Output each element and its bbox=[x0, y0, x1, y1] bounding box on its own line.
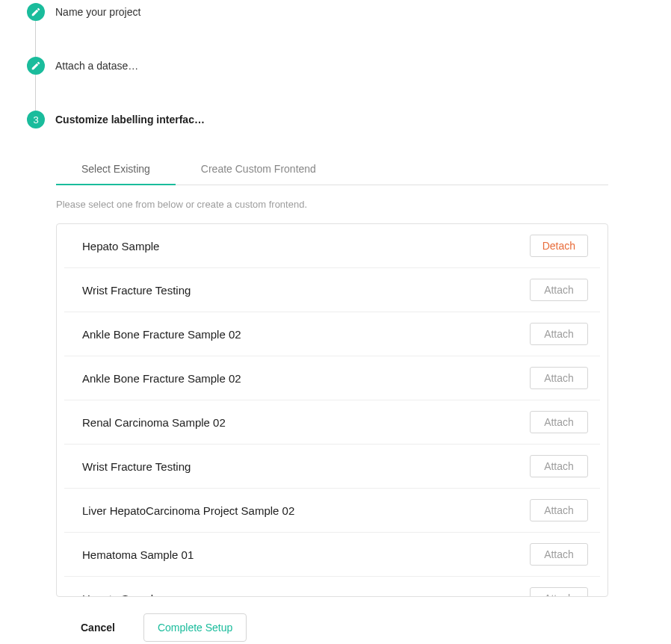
step-label: Customize labelling interfac… bbox=[55, 114, 205, 126]
attach-button[interactable]: Attach bbox=[530, 587, 588, 596]
attach-button[interactable]: Attach bbox=[530, 411, 588, 433]
list-item: Ankle Bone Fracture Sample 02Attach bbox=[64, 356, 600, 400]
list-item-name: Wrist Fracture Testing bbox=[82, 460, 191, 473]
wizard-steps: Name your project Attach a datase… 3 Cus… bbox=[0, 0, 671, 129]
list-item: Wrist Fracture TestingAttach bbox=[64, 268, 600, 312]
footer-actions: Cancel Complete Setup bbox=[81, 613, 608, 642]
list-item-name: Hepato Sample bbox=[82, 592, 159, 597]
list-item-name: Hepato Sample bbox=[82, 240, 159, 253]
step-content: Select Existing Create Custom Frontend P… bbox=[56, 154, 608, 642]
tab-select-existing[interactable]: Select Existing bbox=[56, 154, 176, 185]
step-label: Attach a datase… bbox=[55, 60, 138, 72]
list-item: Hepato SampleDetach bbox=[64, 224, 600, 268]
attach-button[interactable]: Attach bbox=[530, 367, 588, 389]
cancel-button[interactable]: Cancel bbox=[81, 622, 115, 634]
hint-text: Please select one from below or create a… bbox=[56, 199, 608, 210]
pencil-icon bbox=[27, 3, 45, 21]
attach-button[interactable]: Attach bbox=[530, 279, 588, 301]
step-number-icon: 3 bbox=[27, 111, 45, 129]
attach-button[interactable]: Attach bbox=[530, 543, 588, 566]
attach-button[interactable]: Attach bbox=[530, 455, 588, 477]
list-item-name: Hematoma Sample 01 bbox=[82, 548, 194, 561]
frontend-list: Hepato SampleDetachWrist Fracture Testin… bbox=[56, 223, 608, 597]
complete-setup-button[interactable]: Complete Setup bbox=[143, 613, 247, 642]
step-2[interactable]: Attach a datase… bbox=[27, 57, 671, 75]
list-item: Liver HepatoCarcinoma Project Sample 02A… bbox=[64, 489, 600, 533]
list-item: Ankle Bone Fracture Sample 02Attach bbox=[64, 312, 600, 356]
tab-bar: Select Existing Create Custom Frontend bbox=[56, 154, 608, 185]
list-item: Wrist Fracture TestingAttach bbox=[64, 445, 600, 489]
list-item: Renal Carcinoma Sample 02Attach bbox=[64, 400, 600, 445]
pencil-icon bbox=[27, 57, 45, 75]
attach-button[interactable]: Attach bbox=[530, 323, 588, 345]
step-1[interactable]: Name your project bbox=[27, 3, 671, 21]
list-item: Hepato SampleAttach bbox=[64, 577, 600, 596]
step-label: Name your project bbox=[55, 6, 140, 18]
step-connector bbox=[35, 21, 36, 57]
list-item-name: Liver HepatoCarcinoma Project Sample 02 bbox=[82, 504, 294, 517]
detach-button[interactable]: Detach bbox=[530, 235, 588, 257]
step-connector bbox=[35, 75, 36, 111]
tab-create-custom[interactable]: Create Custom Frontend bbox=[176, 154, 341, 185]
list-item: Hematoma Sample 01Attach bbox=[64, 533, 600, 577]
frontend-list-scroll[interactable]: Hepato SampleDetachWrist Fracture Testin… bbox=[57, 224, 607, 596]
attach-button[interactable]: Attach bbox=[530, 499, 588, 521]
list-item-name: Ankle Bone Fracture Sample 02 bbox=[82, 328, 241, 341]
list-item-name: Renal Carcinoma Sample 02 bbox=[82, 416, 226, 429]
step-3[interactable]: 3 Customize labelling interfac… bbox=[27, 111, 671, 129]
list-item-name: Wrist Fracture Testing bbox=[82, 284, 191, 297]
list-item-name: Ankle Bone Fracture Sample 02 bbox=[82, 372, 241, 385]
